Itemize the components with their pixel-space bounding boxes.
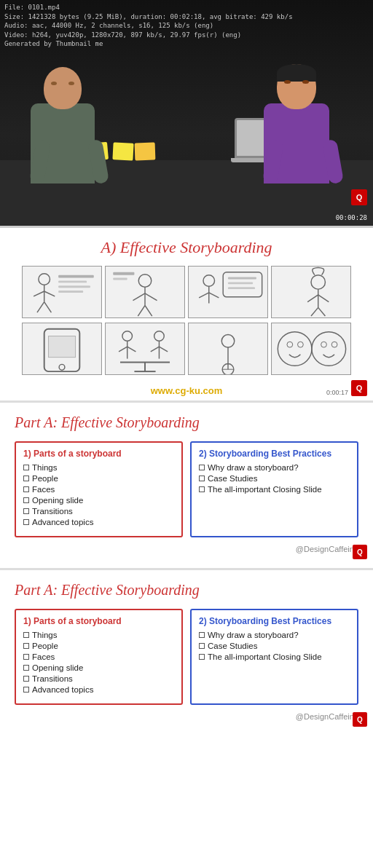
- bullet-icon: [23, 486, 29, 492]
- svg-rect-9: [58, 285, 90, 288]
- content-panel-2: Part A: Effective Storyboarding 1) Parts…: [0, 568, 373, 735]
- url-overlay: www.cg-ku.com: [0, 382, 373, 401]
- panel-2-credit: @DesignCaffeine: [296, 712, 358, 721]
- bullet-icon: [23, 519, 29, 525]
- list-item: Why draw a storyboard?: [199, 631, 350, 639]
- bullet-icon: [23, 643, 29, 649]
- storyboard-frame-6: [105, 323, 185, 375]
- bullet-icon: [199, 643, 205, 649]
- list-item: The all-important Closing Slide: [199, 485, 350, 494]
- video-timestamp: 00:00:28: [336, 214, 367, 221]
- col-right-heading: 2) Storyboarding Best Practices: [199, 449, 350, 459]
- storyboard-frame-2: [105, 266, 185, 318]
- bullet-icon: [23, 632, 29, 638]
- list-item: Advanced topics: [23, 685, 174, 694]
- content-panel-1: Part A: Effective Storyboarding 1) Parts…: [0, 401, 373, 568]
- list-item: Opening slide: [23, 496, 174, 505]
- bullet-icon: [199, 465, 205, 470]
- list-item: Transitions: [23, 674, 174, 683]
- panel-2-col-right: 2) Storyboarding Best Practices Why draw…: [190, 609, 358, 705]
- slide-watermark-badge: Q: [351, 380, 367, 396]
- svg-rect-19: [113, 278, 127, 280]
- panel-2-columns: 1) Parts of a storyboard Things People F…: [15, 609, 358, 705]
- slide-timestamp: 0:00:17: [326, 389, 348, 396]
- panel-1-watermark: Q: [353, 545, 367, 559]
- svg-rect-29: [272, 267, 350, 317]
- storyboard-frame-3: [188, 266, 268, 318]
- svg-rect-8: [58, 280, 87, 283]
- bullet-icon: [199, 632, 205, 638]
- panel-2-footer: @DesignCaffeine: [15, 712, 358, 721]
- bullet-icon: [199, 486, 205, 492]
- panel-1-footer: @DesignCaffeine: [15, 545, 358, 553]
- panel-1-credit: @DesignCaffeine: [296, 545, 358, 553]
- svg-rect-18: [113, 272, 134, 275]
- list-item: Transitions: [23, 507, 174, 516]
- video-watermark-badge: Q: [351, 189, 367, 205]
- bullet-icon: [23, 497, 29, 503]
- list-item: People: [23, 474, 174, 483]
- video-metadata: File: 0101.mp4 Size: 1421328 bytes (9.25…: [4, 3, 293, 49]
- panel-2-watermark: Q: [353, 712, 367, 727]
- storyboard-frame-5: [22, 323, 102, 375]
- svg-rect-38: [49, 336, 76, 358]
- svg-rect-7: [58, 275, 94, 278]
- list-item: Why draw a storyboard?: [199, 463, 350, 472]
- video-thumbnail:  File: 0101.mp4 Size: 1421328 bytes (9.…: [0, 0, 373, 226]
- list-item: People: [23, 642, 174, 650]
- col-left-heading: 1) Parts of a storyboard: [23, 449, 174, 459]
- bullet-icon: [23, 465, 29, 470]
- storyboard-frame-7: [188, 323, 268, 375]
- bullet-icon: [199, 654, 205, 660]
- bullet-icon: [23, 687, 29, 693]
- bullet-icon: [199, 476, 205, 481]
- col2-left-heading: 1) Parts of a storyboard: [23, 616, 174, 626]
- list-item: Case Studies: [199, 474, 350, 483]
- panel-1-col-left: 1) Parts of a storyboard Things People F…: [15, 441, 183, 537]
- list-item: Opening slide: [23, 663, 174, 672]
- person-right: [277, 64, 329, 184]
- storyboard-frame-4: [271, 266, 351, 318]
- svg-rect-26: [228, 277, 256, 280]
- list-item: The all-important Closing Slide: [199, 652, 350, 661]
- bullet-icon: [23, 654, 29, 660]
- svg-rect-27: [228, 282, 253, 284]
- panel-2-col-left: 1) Parts of a storyboard Things People F…: [15, 609, 183, 705]
- panel-2-title: Part A: Effective Storyboarding: [15, 582, 358, 599]
- bullet-icon: [23, 476, 29, 481]
- list-item: Things: [23, 463, 174, 472]
- svg-rect-10: [58, 291, 83, 293]
- list-item: Things: [23, 631, 174, 639]
- svg-rect-58: [272, 323, 350, 374]
- bullet-icon: [23, 665, 29, 671]
- list-item: Faces: [23, 485, 174, 494]
- panel-1-columns: 1) Parts of a storyboard Things People F…: [15, 441, 358, 537]
- svg-rect-20: [189, 267, 267, 317]
- list-item: Advanced topics: [23, 518, 174, 526]
- storyboard-frame-8: [271, 323, 351, 375]
- list-item: Faces: [23, 652, 174, 661]
- list-item: Case Studies: [199, 642, 350, 650]
- col2-right-heading: 2) Storyboarding Best Practices: [199, 616, 350, 626]
- panel-1-col-right: 2) Storyboarding Best Practices Why draw…: [190, 441, 358, 537]
- panel-1-title: Part A: Effective Storyboarding: [15, 414, 358, 431]
- slide-a-title: A) Effective Storyboarding: [101, 238, 272, 256]
- bullet-icon: [23, 508, 29, 514]
- storyboard-frame-1: [22, 266, 102, 318]
- bullet-icon: [23, 676, 29, 682]
- person-left: [44, 67, 95, 184]
- svg-rect-28: [228, 287, 255, 289]
- slide-a-section: A) Effective Storyboarding: [0, 226, 373, 401]
- storyboard-images: [0, 263, 373, 382]
